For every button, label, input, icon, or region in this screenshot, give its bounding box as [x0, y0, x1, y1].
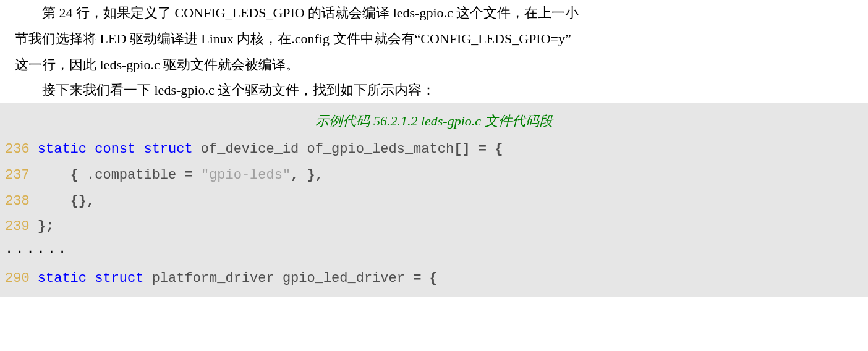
keyword: static const struct: [38, 142, 193, 157]
indent: [30, 193, 70, 209]
paragraph-1-cont2: 这一行，因此 leds-gpio.c 驱动文件就会被编译。: [15, 52, 853, 78]
line-number: 238: [5, 193, 30, 209]
code-line-237: 237 { .compatible = "gpio-leds", },: [0, 163, 868, 188]
code-line-290: 290 static struct platform_driver gpio_l…: [0, 266, 868, 292]
paragraph-1: 第 24 行，如果定义了 CONFIG_LEDS_GPIO 的话就会编译 led…: [15, 0, 853, 26]
text: 这一行，因此 leds-gpio.c 驱动文件就会被编译。: [15, 57, 299, 72]
bracket: = {: [413, 271, 438, 286]
ellipsis: ······: [0, 240, 868, 266]
equals: =: [184, 167, 200, 183]
code-line-236: 236 static const struct of_device_id of_…: [0, 137, 868, 163]
text: 接下来我们看一下 leds-gpio.c 这个驱动文件，找到如下所示内容：: [42, 82, 435, 98]
paragraph-2: 接下来我们看一下 leds-gpio.c 这个驱动文件，找到如下所示内容：: [15, 77, 853, 103]
paragraph-1-cont: 节我们选择将 LED 驱动编译进 Linux 内核，在.config 文件中就会…: [15, 26, 853, 52]
code-line-238: 238 {},: [0, 188, 868, 214]
text: 节我们选择将 LED 驱动编译进 Linux 内核，在.config 文件中就会…: [15, 31, 571, 46]
bracket: [] = {: [454, 142, 503, 157]
indent: [30, 167, 70, 183]
bracket-open: {: [70, 167, 87, 183]
empty-braces: {},: [70, 193, 95, 209]
bracket-close: , },: [291, 167, 323, 183]
line-number: 237: [5, 167, 30, 183]
text: 第 24 行，如果定义了 CONFIG_LEDS_GPIO 的话就会编译 led…: [42, 5, 579, 20]
prose-block: 第 24 行，如果定义了 CONFIG_LEDS_GPIO 的话就会编译 led…: [0, 0, 868, 103]
code-line-239: 239 };: [0, 214, 868, 240]
identifier: platform_driver gpio_led_driver: [143, 271, 413, 286]
close-brace: };: [30, 219, 54, 234]
line-number: 236: [5, 142, 30, 157]
keyword: static struct: [38, 271, 144, 286]
line-number: 290: [5, 271, 30, 286]
member: .compatible: [87, 167, 184, 183]
code-title: 示例代码 56.2.1.2 leds-gpio.c 文件代码段: [0, 108, 868, 134]
line-number: 239: [5, 219, 30, 234]
code-block: 示例代码 56.2.1.2 leds-gpio.c 文件代码段 236 stat…: [0, 103, 868, 297]
identifier: of_device_id of_gpio_leds_match: [193, 142, 454, 157]
string-literal: "gpio-leds": [201, 167, 291, 183]
